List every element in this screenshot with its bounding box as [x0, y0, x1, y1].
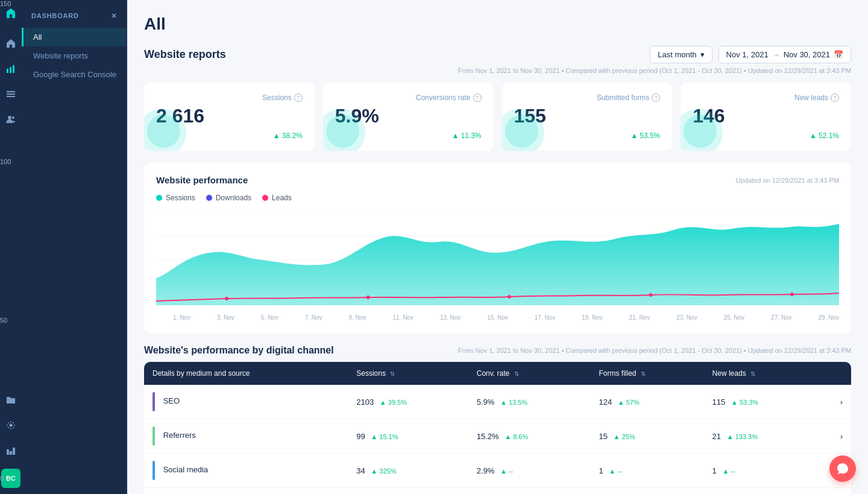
td-seo-source: SEO [144, 385, 348, 419]
chart-header: Website performance Updated on 12/29/202… [156, 175, 839, 185]
sidebar-title-text: DASHBOARD [31, 12, 79, 19]
th-arrow [816, 362, 851, 385]
seo-leads-change: ▲ 53.3% [731, 399, 758, 406]
kpi-sessions-label: Sessions ? [156, 93, 303, 102]
calendar-icon[interactable]: 📅 [834, 50, 843, 59]
main-content: All Website reports Last month ▾ Nov 1, … [127, 0, 868, 494]
svg-rect-11 [13, 448, 15, 455]
date-from: Nov 1, 2021 [726, 50, 769, 59]
sessions-info-icon[interactable]: ? [294, 93, 303, 102]
referrers-forms-change: ▲ 25% [614, 433, 635, 440]
th-source[interactable]: Details by medium and source [144, 362, 348, 385]
td-other-forms: 1 ▼ 50% [590, 488, 703, 494]
referrers-color-indicator [153, 426, 155, 446]
reports-section-header: Website reports Last month ▾ Nov 1, 2021… [144, 46, 851, 63]
social-forms-change: ▲ -- [609, 467, 621, 475]
svg-point-17 [225, 297, 228, 300]
table-header-row: Details by medium and source Sessions ⇅ … [144, 362, 851, 385]
referrers-row-arrow[interactable]: › [816, 419, 851, 454]
seo-sessions-change: ▲ 39.5% [380, 399, 407, 406]
page-title: All [144, 14, 851, 34]
sidebar-item-website-reports[interactable]: Website reports [22, 46, 127, 65]
referrers-sessions-change: ▲ 15.1% [371, 433, 398, 440]
sidebar-item-all[interactable]: All [22, 28, 127, 46]
channel-table-wrapper: Details by medium and source Sessions ⇅ … [144, 362, 851, 494]
legend-sessions-label: Sessions [166, 194, 195, 202]
channel-section-header: Website's performance by digital channel… [144, 345, 851, 356]
leads-sort-icon: ⇅ [750, 370, 755, 377]
leads-info-icon[interactable]: ? [831, 93, 839, 102]
sidebar-item-google-search-label: Google Search Console [33, 70, 116, 79]
svg-point-21 [790, 293, 794, 296]
td-seo-conv: 5.9% ▲ 13.5% [468, 385, 591, 419]
social-color-indicator [153, 461, 155, 480]
forms-info-icon[interactable]: ? [652, 93, 660, 102]
kpi-conversions-label: Conversions rate ? [335, 93, 482, 102]
svg-point-19 [508, 295, 511, 299]
th-forms[interactable]: Forms filled ⇅ [590, 362, 703, 385]
th-conv-rate[interactable]: Conv. rate ⇅ [468, 362, 591, 385]
channel-section-title: Website's performance by digital channel [144, 345, 334, 356]
table-row: Referrers 99 ▲ 15.1% 15.2% ▲ 8.6% 15 ▲ 2… [144, 419, 851, 454]
svg-rect-2 [13, 65, 14, 73]
legend-downloads-dot [206, 195, 212, 201]
header-controls: Last month ▾ Nov 1, 2021 → Nov 30, 2021 … [650, 46, 851, 63]
chart-svg [156, 212, 839, 308]
kpi-card-submitted-forms: Submitted forms ? 155 ▲ 53.5% [502, 83, 673, 151]
forms-sort-icon: ⇅ [641, 370, 646, 377]
chevron-down-icon: ▾ [700, 50, 705, 59]
td-referrers-source: Referrers [144, 419, 348, 454]
conversions-info-icon[interactable]: ? [473, 93, 482, 102]
td-social-source: Social media [144, 454, 348, 488]
social-conv-change: ▲ -- [500, 467, 513, 475]
kpi-card-new-leads: New leads ? 146 ▲ 52.1% [681, 83, 851, 151]
svg-point-7 [12, 116, 14, 119]
chart-legend: Sessions Downloads Leads [156, 194, 839, 202]
social-sessions-change: ▲ 325% [371, 467, 396, 475]
referrers-leads-change: ▲ 133.3% [727, 433, 758, 440]
date-range-picker[interactable]: Nov 1, 2021 → Nov 30, 2021 📅 [719, 46, 851, 63]
sessions-change-arrow-icon: ▲ [273, 131, 280, 140]
td-seo-forms: 124 ▲ 57% [590, 385, 703, 419]
th-sessions[interactable]: Sessions ⇅ [348, 362, 468, 385]
svg-point-20 [649, 293, 653, 297]
reports-section-title: Website reports [144, 48, 226, 61]
table-row: Social media 34 ▲ 325% 2.9% ▲ -- 1 ▲ -- [144, 454, 851, 488]
chart-svg-container: 1. Nov 3. Nov 5. Nov 7. Nov 9. Nov 11. N… [156, 212, 839, 321]
other-row-arrow[interactable]: › [816, 488, 851, 494]
td-social-sessions: 34 ▲ 325% [348, 454, 468, 488]
seo-conv-change: ▲ 13.5% [500, 399, 527, 406]
date-to: Nov 30, 2021 [784, 50, 830, 59]
seo-row-arrow[interactable]: › [816, 385, 851, 419]
table-row: Other mediums 18 ▲ 260% 5.6% ▼ 86% 1 ▼ 5… [144, 488, 851, 494]
legend-downloads-label: Downloads [216, 194, 251, 202]
seo-forms-change: ▲ 57% [618, 399, 640, 406]
sidebar: DASHBOARD × All Website reports Google S… [22, 0, 127, 494]
td-referrers-sessions: 99 ▲ 15.1% [348, 419, 468, 454]
th-leads[interactable]: New leads ⇅ [704, 362, 817, 385]
referrers-conv-change: ▲ 8.6% [505, 433, 528, 440]
performance-chart-card: Website performance Updated on 12/29/202… [144, 163, 851, 333]
legend-leads-label: Leads [272, 194, 292, 202]
conv-sort-icon: ⇅ [514, 370, 519, 377]
chat-fab-icon [836, 462, 849, 475]
seo-color-indicator [153, 392, 155, 411]
svg-point-18 [366, 296, 370, 299]
date-arrow-icon: → [772, 50, 780, 59]
sidebar-close-icon[interactable]: × [112, 11, 117, 21]
date-filter-dropdown[interactable]: Last month ▾ [650, 46, 712, 63]
x-axis-labels: 1. Nov 3. Nov 5. Nov 7. Nov 9. Nov 11. N… [156, 311, 839, 321]
kpi-row: Sessions ? 2 616 ▲ 38.2% Conversions rat… [144, 83, 851, 151]
chart-container: 150 100 50 0 [156, 212, 839, 321]
table-row: SEO 2103 ▲ 39.5% 5.9% ▲ 13.5% 124 ▲ 57% [144, 385, 851, 419]
chat-fab-button[interactable] [829, 455, 856, 482]
legend-leads: Leads [262, 194, 292, 202]
legend-sessions: Sessions [156, 194, 195, 202]
date-filter-label: Last month [658, 50, 696, 59]
legend-sessions-dot [156, 195, 162, 201]
update-info: From Nov 1, 2021 to Nov 30, 2021 • Compa… [144, 67, 851, 74]
kpi-forms-label: Submitted forms ? [514, 93, 661, 102]
sidebar-item-google-search[interactable]: Google Search Console [22, 65, 127, 84]
td-referrers-conv: 15.2% ▲ 8.6% [468, 419, 591, 454]
kpi-leads-label: New leads ? [693, 93, 839, 102]
